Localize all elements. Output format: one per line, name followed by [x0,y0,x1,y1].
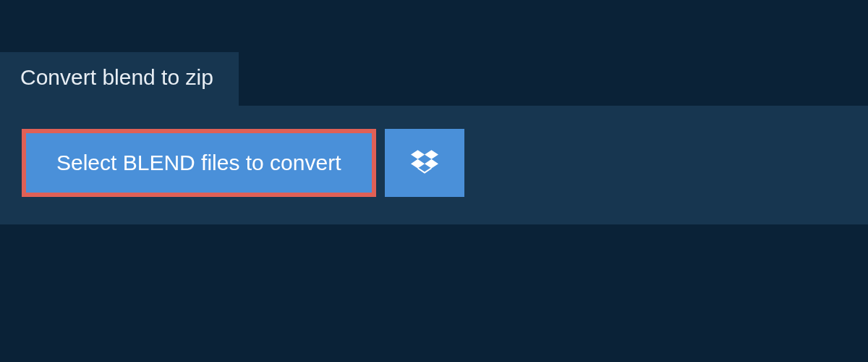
dropbox-icon [411,148,438,178]
select-files-label: Select BLEND files to convert [56,151,341,175]
tab-bar: Convert blend to zip [0,0,868,106]
upload-row: Select BLEND files to convert [22,129,846,197]
select-files-button[interactable]: Select BLEND files to convert [22,129,376,197]
dropbox-upload-button[interactable] [385,129,464,197]
tab-label: Convert blend to zip [20,65,213,89]
tab-convert-blend-to-zip[interactable]: Convert blend to zip [0,52,239,106]
content-panel: Select BLEND files to convert [0,106,868,224]
